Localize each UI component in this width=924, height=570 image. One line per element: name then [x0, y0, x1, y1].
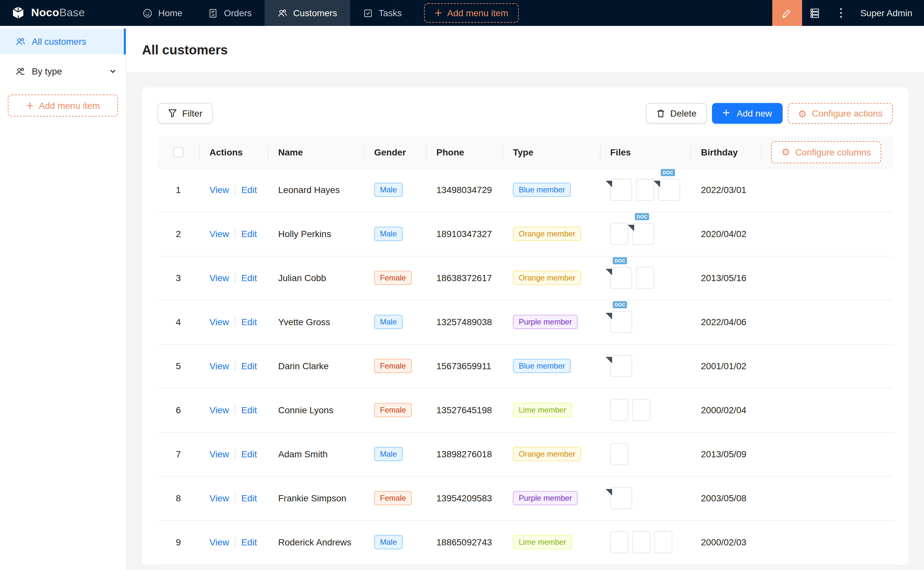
nocobase-logo[interactable]: NocoBase	[0, 5, 130, 21]
action-divider	[235, 229, 235, 238]
view-link[interactable]: View	[209, 361, 229, 371]
view-link[interactable]: View	[209, 317, 229, 327]
edit-link[interactable]: Edit	[241, 449, 257, 459]
phone-value: 13498034729	[437, 185, 492, 195]
file-thumbnail-image[interactable]	[632, 399, 650, 421]
content-area: Filter Delete	[126, 72, 924, 570]
sidebar-add-menu-item-button[interactable]: Add menu item	[8, 95, 118, 116]
view-link[interactable]: View	[209, 449, 229, 459]
ellipsis-vertical-icon	[840, 8, 842, 18]
type-tag: Blue member	[513, 183, 571, 197]
configure-actions-button[interactable]: ⚙ Configure actions	[787, 103, 893, 124]
customer-name: Connie Lyons	[278, 405, 333, 415]
edit-link[interactable]: Edit	[241, 185, 257, 195]
file-thumbnail-image[interactable]	[636, 179, 654, 201]
logo-text: NocoBase	[31, 6, 85, 20]
edit-link[interactable]: Edit	[241, 493, 257, 503]
phone-value: 13898276018	[437, 449, 492, 459]
edit-link[interactable]: Edit	[241, 405, 257, 415]
row-index: 4	[176, 317, 181, 327]
configure-columns-button[interactable]: ⚙ Configure columns	[771, 141, 881, 163]
delete-button[interactable]: Delete	[646, 103, 707, 124]
nav-item-customers[interactable]: Customers	[264, 0, 350, 26]
file-thumbnail-image[interactable]	[610, 223, 628, 245]
view-link[interactable]: View	[209, 185, 229, 195]
nav-menu: HomeOrdersCustomersTasks	[130, 0, 415, 26]
file-thumbnail-image[interactable]	[610, 443, 628, 465]
table-toolbar: Filter Delete	[158, 103, 893, 124]
view-link[interactable]: View	[209, 493, 229, 503]
tasks-icon	[363, 8, 373, 18]
file-thumbnail-doc[interactable]: DOC	[658, 179, 680, 201]
edit-link[interactable]: Edit	[241, 229, 257, 239]
sidebar-item-label: All customers	[32, 36, 86, 47]
column-header-gender: Gender	[364, 137, 426, 168]
top-navbar: NocoBase HomeOrdersCustomersTasks Add me…	[0, 0, 924, 26]
plus-icon	[434, 9, 442, 17]
gear-icon: ⚙	[781, 147, 790, 157]
filter-button[interactable]: Filter	[158, 103, 213, 124]
file-thumbnail-image[interactable]	[654, 531, 672, 553]
nav-item-orders[interactable]: Orders	[195, 0, 265, 26]
trash-icon	[656, 109, 665, 118]
team-icon	[15, 37, 25, 46]
file-thumbnail-doc[interactable]: DOC	[610, 267, 632, 289]
sidebar-item-by-type[interactable]: By type	[0, 58, 126, 84]
phone-value: 13257489038	[437, 317, 492, 327]
action-divider	[235, 273, 235, 282]
edit-link[interactable]: Edit	[241, 537, 257, 547]
view-link[interactable]: View	[209, 537, 229, 547]
ui-editor-button[interactable]	[772, 0, 802, 26]
row-index: 3	[176, 273, 181, 283]
more-menu-button[interactable]	[828, 0, 854, 26]
file-thumbnail-image[interactable]	[610, 399, 628, 421]
file-thumbnail-image[interactable]	[636, 267, 654, 289]
action-divider	[235, 185, 235, 194]
customer-name: Adam Smith	[278, 449, 328, 459]
add-new-button[interactable]: Add new	[712, 103, 782, 124]
sidebar-item-label: By type	[32, 66, 62, 77]
file-thumbnail-image[interactable]	[610, 531, 628, 553]
phone-value: 18910347327	[437, 229, 492, 239]
file-thumbnail-image[interactable]	[632, 531, 650, 553]
nav-item-home[interactable]: Home	[130, 0, 195, 26]
sidebar-item-all-customers[interactable]: All customers	[0, 29, 126, 54]
birthday-value: 2003/05/08	[701, 493, 746, 503]
column-header-birthday: Birthday	[690, 137, 761, 168]
action-divider	[235, 493, 235, 503]
file-thumbnail-pdf[interactable]	[610, 355, 632, 377]
files-group	[610, 399, 680, 421]
view-link[interactable]: View	[209, 273, 229, 283]
add-new-button-label: Add new	[736, 108, 772, 118]
table-row: 7 ViewEdit Adam Smith Male 13898276018 O…	[158, 432, 893, 476]
team-icon	[278, 8, 287, 18]
customer-name: Holly Perkins	[278, 229, 331, 239]
user-menu[interactable]: Super Admin	[854, 8, 924, 18]
filter-icon	[168, 109, 177, 118]
main-area: All customers Filter	[126, 26, 924, 570]
file-thumbnail-doc[interactable]: DOC	[632, 223, 654, 245]
nav-add-menu-item-label: Add menu item	[447, 8, 508, 18]
nav-item-tasks[interactable]: Tasks	[350, 0, 415, 26]
orders-icon	[209, 8, 218, 18]
logo-cube-icon	[10, 5, 26, 21]
table-row: 4 ViewEdit Yvette Gross Male 13257489038…	[158, 300, 893, 344]
data-sources-button[interactable]	[802, 0, 828, 26]
file-thumbnail-doc[interactable]: DOC	[610, 311, 632, 333]
nav-add-menu-item-button[interactable]: Add menu item	[424, 3, 518, 23]
row-index: 6	[176, 405, 181, 415]
birthday-value: 2000/02/03	[701, 537, 746, 547]
row-index: 5	[176, 361, 181, 371]
column-header-configure: ⚙ Configure columns	[761, 137, 893, 168]
customer-name: Leonard Hayes	[278, 185, 340, 195]
file-thumbnail-pdf[interactable]	[610, 487, 632, 509]
edit-link[interactable]: Edit	[241, 273, 257, 283]
chevron-down-icon	[109, 67, 117, 75]
file-thumbnail-pdf[interactable]	[610, 179, 632, 201]
select-all-checkbox[interactable]	[173, 147, 183, 158]
edit-link[interactable]: Edit	[241, 361, 257, 371]
view-link[interactable]: View	[209, 229, 229, 239]
edit-link[interactable]: Edit	[241, 317, 257, 327]
phone-value: 13527645198	[437, 405, 492, 415]
view-link[interactable]: View	[209, 405, 229, 415]
